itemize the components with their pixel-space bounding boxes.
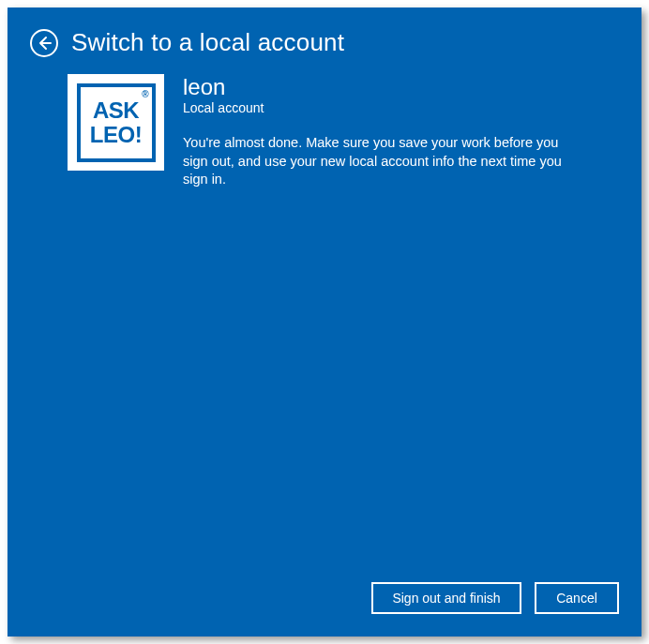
avatar: ® ASK LEO! [68, 74, 164, 171]
account-type-label: Local account [183, 100, 619, 115]
avatar-text-line2: LEO! [90, 123, 142, 146]
content-area: ® ASK LEO! leon Local account You're alm… [8, 67, 641, 189]
avatar-registered-icon: ® [142, 89, 148, 99]
back-arrow-icon [37, 36, 52, 51]
cancel-button[interactable]: Cancel [535, 582, 619, 614]
avatar-text-line1: ASK [93, 98, 139, 122]
footer-buttons: Sign out and finish Cancel [8, 582, 641, 637]
sign-out-finish-button[interactable]: Sign out and finish [371, 582, 521, 614]
page-title: Switch to a local account [71, 28, 344, 57]
back-button[interactable] [30, 29, 58, 57]
username-label: leon [183, 74, 619, 100]
description-text: You're almost done. Make sure you save y… [183, 134, 577, 189]
header: Switch to a local account [8, 7, 641, 67]
dialog-window: Switch to a local account ® ASK LEO! leo… [8, 7, 641, 637]
account-info: leon Local account You're almost done. M… [183, 74, 619, 189]
avatar-image: ® ASK LEO! [77, 83, 156, 162]
